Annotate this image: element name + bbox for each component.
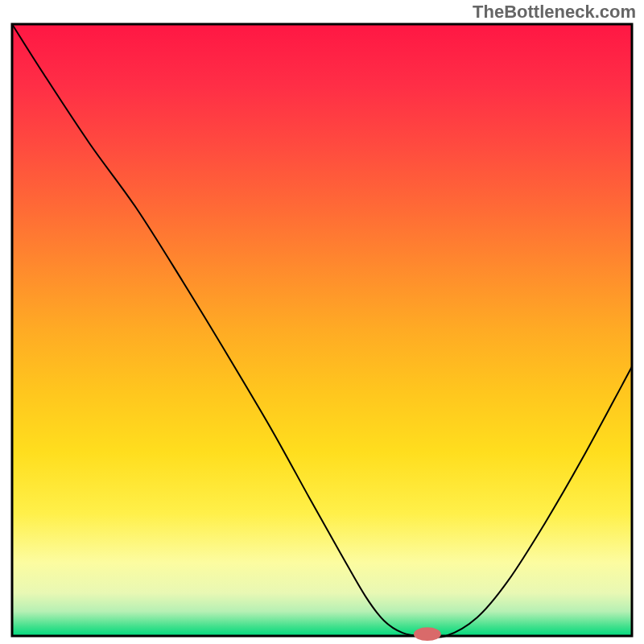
chart-container: TheBottleneck.com: [0, 0, 644, 644]
plot-background: [12, 24, 632, 636]
bottleneck-chart: [0, 0, 644, 644]
optimal-marker: [414, 627, 441, 641]
